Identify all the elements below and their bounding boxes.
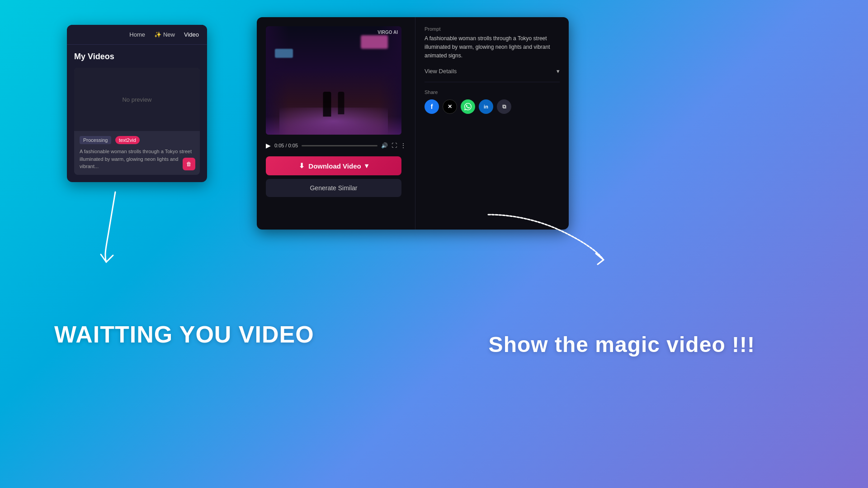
panel-title: My Videos: [74, 52, 200, 61]
nav-new[interactable]: ✨ New: [154, 31, 175, 38]
trash-icon: 🗑: [186, 161, 192, 167]
video-card: No preview Processing text2vid A fashion…: [74, 68, 200, 175]
video-card-footer: Processing text2vid A fashionable woman …: [74, 131, 200, 175]
prompt-label: Prompt: [425, 26, 560, 32]
left-annotation-text: WAITTING YOU VIDEO: [54, 321, 314, 348]
nav-home[interactable]: Home: [129, 31, 145, 38]
share-label: Share: [425, 89, 560, 95]
tokyo-thumbnail: VIRGO AI: [266, 26, 401, 135]
view-details-row: View Details ▾: [425, 68, 560, 82]
panel-content: My Videos No preview Processing text2vid…: [67, 45, 207, 182]
panel-inner: VIRGO AI ▶ 0:05 / 0:05 🔊 ⛶ ⋮: [257, 17, 569, 230]
control-icons: 🔊 ⛶ ⋮: [381, 142, 406, 149]
arrow-right: [484, 210, 610, 269]
copy-link-button[interactable]: ⧉: [497, 99, 511, 114]
download-icon: ⬇: [299, 162, 305, 170]
video-controls: ▶ 0:05 / 0:05 🔊 ⛶ ⋮: [257, 138, 415, 153]
video-preview-area: No preview: [74, 68, 200, 131]
more-icon[interactable]: ⋮: [401, 142, 406, 149]
chevron-down-icon: ▾: [557, 68, 560, 75]
view-details-label[interactable]: View Details: [425, 68, 457, 75]
chevron-down-icon: ▾: [365, 162, 368, 170]
status-badge: Processing: [80, 136, 111, 144]
nav-bar: Home ✨ New Video: [67, 25, 207, 45]
video-detail-panel: VIRGO AI ▶ 0:05 / 0:05 🔊 ⛶ ⋮: [257, 17, 569, 230]
neon-light-2: [275, 49, 293, 58]
facebook-share-button[interactable]: f: [425, 99, 439, 114]
share-icons: f ✕ in ⧉: [425, 99, 560, 114]
video-section: VIRGO AI ▶ 0:05 / 0:05 🔊 ⛶ ⋮: [257, 17, 415, 230]
watermark: VIRGO AI: [377, 30, 398, 35]
right-annotation-text: Show the magic video !!!: [489, 332, 755, 357]
fullscreen-icon[interactable]: ⛶: [392, 142, 397, 149]
info-section: Prompt A fashionable woman strolls throu…: [415, 17, 569, 230]
delete-button[interactable]: 🗑: [183, 158, 195, 170]
generate-similar-button[interactable]: Generate Similar: [266, 179, 401, 197]
whatsapp-share-button[interactable]: [461, 99, 475, 114]
linkedin-share-button[interactable]: in: [479, 99, 493, 114]
prompt-text: A fashionable woman strolls through a To…: [425, 34, 560, 61]
download-video-button[interactable]: ⬇ Download Video ▾: [266, 156, 401, 175]
tag-badge: text2vid: [115, 136, 140, 144]
neon-light-1: [361, 35, 388, 49]
progress-bar[interactable]: [302, 145, 377, 146]
no-preview-label: No preview: [122, 96, 151, 103]
video-player[interactable]: VIRGO AI: [266, 26, 401, 135]
time-display: 0:05 / 0:05: [274, 143, 298, 148]
nav-video[interactable]: Video: [184, 31, 199, 38]
my-videos-panel: Home ✨ New Video My Videos No preview Pr…: [67, 25, 207, 182]
twitter-share-button[interactable]: ✕: [443, 99, 457, 114]
play-button[interactable]: ▶: [266, 142, 271, 149]
video-description: A fashionable woman strolls through a To…: [80, 148, 194, 170]
star-icon: ✨: [154, 31, 161, 38]
volume-icon[interactable]: 🔊: [381, 142, 388, 149]
arrow-left: [88, 188, 142, 267]
